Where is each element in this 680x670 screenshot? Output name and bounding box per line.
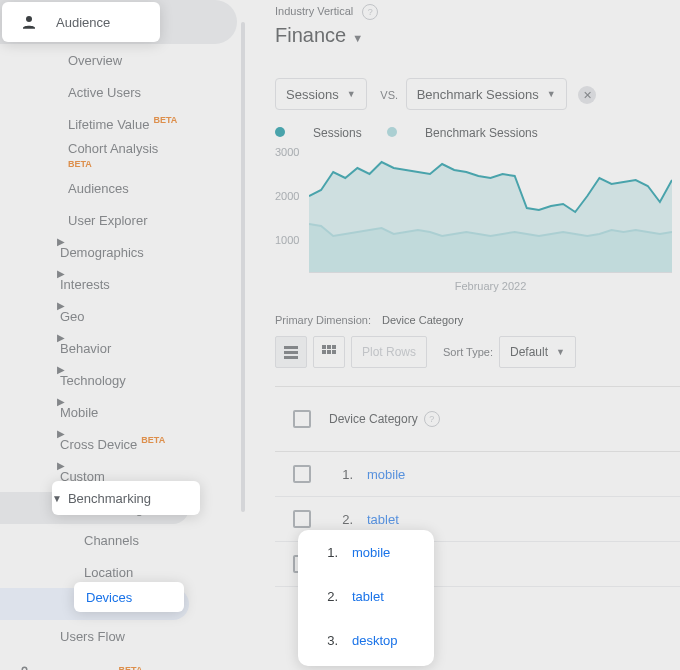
row-value[interactable]: desktop — [367, 557, 413, 572]
sidebar-item-overview[interactable]: Overview — [0, 44, 245, 76]
table-row[interactable]: 3.desktop — [275, 542, 680, 587]
table-row[interactable]: 1.mobile — [275, 452, 680, 497]
svg-rect-7 — [327, 345, 331, 349]
sidebar-item-active-users[interactable]: Active Users — [0, 76, 245, 108]
svg-rect-5 — [284, 356, 298, 359]
chevron-right-icon: ▶ — [57, 364, 65, 375]
main-panel: Industry Vertical ? Finance▼ Count All S… — [245, 0, 680, 670]
beta-badge: BETA — [141, 435, 165, 445]
beta-badge: BETA — [119, 665, 143, 670]
sidebar-item-user-explorer[interactable]: User Explorer — [0, 204, 245, 236]
y-tick: 2000 — [275, 190, 299, 202]
chevron-down-icon: ▼ — [347, 89, 356, 99]
row-checkbox[interactable] — [293, 555, 311, 573]
beta-badge: BETA — [68, 159, 92, 169]
sidebar-group-cross-device[interactable]: Cross DeviceBETA — [0, 428, 245, 460]
select-all-checkbox[interactable] — [293, 410, 311, 428]
column-header: Device Category — [329, 412, 418, 426]
sidebar-item-cohort-analysis[interactable]: Cohort AnalysisBETA — [0, 140, 245, 172]
row-index: 3. — [329, 557, 353, 572]
svg-rect-6 — [322, 345, 326, 349]
row-index: 2. — [329, 512, 353, 527]
metric-b-selector[interactable]: Benchmark Sessions▼ — [406, 78, 567, 110]
svg-rect-11 — [332, 350, 336, 354]
sidebar-group-benchmarking[interactable]: Benchmarking — [0, 492, 189, 524]
chevron-right-icon: ▶ — [57, 236, 65, 247]
row-checkbox[interactable] — [293, 465, 311, 483]
sidebar-item-devices[interactable]: Devices — [0, 588, 189, 620]
y-tick: 1000 — [275, 234, 299, 246]
chevron-right-icon: ▶ — [57, 300, 65, 311]
vs-label: VS. — [380, 89, 398, 101]
chevron-right-icon: ▶ — [57, 428, 65, 439]
help-icon[interactable]: ? — [362, 4, 378, 20]
chevron-right-icon: ▶ — [57, 396, 65, 407]
metric-a-selector[interactable]: Sessions▼ — [275, 78, 367, 110]
chevron-right-icon: ▶ — [57, 332, 65, 343]
svg-rect-10 — [327, 350, 331, 354]
chevron-right-icon: ▶ — [57, 460, 65, 471]
industry-vertical-selector[interactable]: Industry Vertical ? Finance▼ — [275, 4, 378, 47]
y-tick: 3000 — [275, 146, 299, 158]
sidebar-section-attribution[interactable]: Attribution BETA — [0, 652, 245, 670]
person-icon — [20, 13, 38, 31]
attribution-icon — [20, 665, 38, 670]
chevron-down-icon: ▼ — [57, 492, 67, 503]
primary-dimension: Primary Dimension: Device Category — [275, 314, 680, 326]
legend-swatch-b — [387, 127, 397, 137]
view-grid-icon[interactable] — [313, 336, 345, 368]
row-checkbox[interactable] — [293, 510, 311, 528]
x-axis-label: February 2022 — [309, 280, 672, 292]
sidebar-section-label: Audience — [56, 15, 110, 30]
sidebar-group-behavior[interactable]: Behavior — [0, 332, 245, 364]
sidebar-section-label: Attribution — [56, 667, 115, 671]
sort-type-selector[interactable]: Default▼ — [499, 336, 576, 368]
sidebar-item-users-flow[interactable]: Users Flow — [0, 620, 245, 652]
row-value[interactable]: mobile — [367, 467, 405, 482]
sidebar-section-audience[interactable]: Audience — [0, 0, 237, 44]
sort-label: Sort Type: — [443, 346, 493, 358]
chevron-down-icon: ▼ — [547, 89, 556, 99]
chevron-right-icon: ▶ — [57, 268, 65, 279]
svg-point-0 — [26, 16, 32, 22]
sidebar-group-geo[interactable]: Geo — [0, 300, 245, 332]
table-header-row: Device Category ? — [275, 386, 680, 452]
table-row[interactable]: 2.tablet — [275, 497, 680, 542]
row-index: 1. — [329, 467, 353, 482]
sidebar-item-audiences[interactable]: Audiences — [0, 172, 245, 204]
row-value[interactable]: tablet — [367, 512, 399, 527]
view-table-icon[interactable] — [275, 336, 307, 368]
plot-rows-button: Plot Rows — [351, 336, 427, 368]
svg-rect-9 — [322, 350, 326, 354]
help-icon[interactable]: ? — [424, 411, 440, 427]
chart-svg — [309, 152, 672, 272]
sidebar-group-demographics[interactable]: Demographics — [0, 236, 245, 268]
sidebar-group-technology[interactable]: Technology — [0, 364, 245, 396]
sidebar: Audience Overview Active Users Lifetime … — [0, 0, 246, 670]
svg-rect-8 — [332, 345, 336, 349]
sidebar-group-mobile[interactable]: Mobile — [0, 396, 245, 428]
clear-metric-icon[interactable]: ✕ — [578, 86, 596, 104]
legend-swatch-a — [275, 127, 285, 137]
svg-rect-3 — [284, 346, 298, 349]
chevron-down-icon: ▼ — [352, 32, 363, 44]
chart-legend: Sessions Benchmark Sessions — [275, 126, 680, 140]
sidebar-item-lifetime-value[interactable]: Lifetime ValueBETA — [0, 108, 245, 140]
svg-rect-4 — [284, 351, 298, 354]
sidebar-group-custom[interactable]: Custom — [0, 460, 245, 492]
sidebar-item-location[interactable]: Location — [0, 556, 245, 588]
sidebar-item-channels[interactable]: Channels — [0, 524, 245, 556]
sidebar-group-interests[interactable]: Interests — [0, 268, 245, 300]
line-chart: 3000 2000 1000 February 2022 — [275, 146, 680, 286]
chevron-down-icon: ▼ — [556, 347, 565, 357]
beta-badge: BETA — [153, 115, 177, 125]
